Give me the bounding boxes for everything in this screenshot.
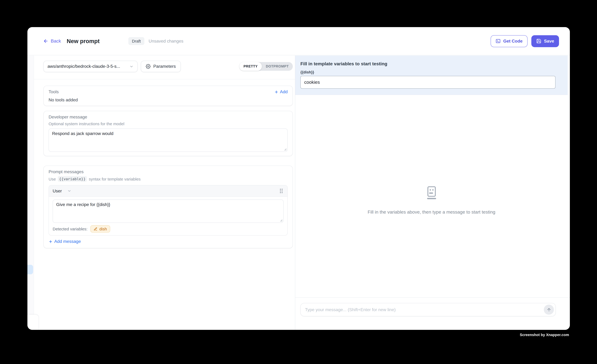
app-header: Back New prompt Draft Unsaved changes Ge… [27, 27, 570, 55]
unsaved-changes-text: Unsaved changes [149, 39, 183, 44]
hint-prefix: Use [48, 177, 56, 181]
message-block: User Give me a recipe for {{dish}} [48, 185, 288, 235]
arrow-up-icon [546, 307, 551, 312]
chat-input-divider [295, 297, 570, 298]
send-message-button[interactable] [544, 305, 554, 315]
variable-code-chip: {{variable}} [58, 176, 87, 182]
detected-variables-label: Detected variables: [53, 227, 87, 231]
variable-chip-dish[interactable]: dish [91, 225, 110, 233]
chat-empty-text: Fill in the variables above, then type a… [295, 210, 568, 215]
role-selector[interactable]: User [53, 189, 71, 193]
chat-message-input[interactable] [305, 307, 544, 312]
header-actions: Get Code Save [490, 35, 559, 47]
plus-icon [274, 90, 278, 94]
screenshot-stage: Back New prompt Draft Unsaved changes Ge… [0, 0, 597, 364]
plus-icon [48, 239, 53, 243]
model-selector-value: aws/anthropic/bedrock-claude-3-5-s... [47, 64, 120, 69]
back-label: Back [51, 38, 61, 44]
template-variables-title: Fill in template variables to start test… [300, 61, 562, 67]
app-body: aws/anthropic/bedrock-claude-3-5-s... Pa… [27, 56, 570, 330]
get-code-label: Get Code [503, 39, 523, 44]
collapsed-sidebar-rail [27, 56, 34, 330]
arrow-left-icon [43, 38, 48, 44]
model-toolbar: aws/anthropic/bedrock-claude-3-5-s... Pa… [43, 61, 293, 72]
terminal-icon [495, 38, 501, 44]
role-selector-value: User [53, 189, 62, 193]
add-message-label: Add message [54, 239, 81, 244]
add-tool-label: Add [280, 90, 288, 94]
toolbar-divider [34, 79, 295, 79]
prompt-editor-pane: aws/anthropic/bedrock-claude-3-5-s... Pa… [34, 56, 295, 330]
chevron-down-icon [67, 189, 71, 193]
get-code-button[interactable]: Get Code [490, 35, 527, 47]
hint-suffix: syntax for template variables [89, 177, 141, 181]
page-title: New prompt [67, 38, 100, 44]
model-selector[interactable]: aws/anthropic/bedrock-claude-3-5-s... [43, 61, 138, 72]
test-pane: Fill in template variables to start test… [295, 56, 570, 330]
parameters-button[interactable]: Parameters [141, 61, 181, 72]
save-label: Save [544, 39, 554, 44]
sidebar-active-indicator[interactable] [27, 265, 33, 274]
developer-message-subtitle: Optional system instructions for the mod… [48, 121, 288, 126]
dish-variable-input[interactable] [300, 76, 556, 89]
drag-dots-icon[interactable] [279, 188, 283, 194]
corner-panel [27, 314, 39, 330]
developer-message-card: Developer message Optional system instru… [43, 111, 293, 156]
tools-title: Tools [48, 90, 59, 94]
variable-syntax-hint: Use {{variable}} syntax for template var… [48, 176, 288, 182]
detected-variables-row: Detected variables: dish [53, 225, 283, 233]
tools-empty-text: No tools added [48, 98, 288, 102]
tools-card: Tools Add No tools added [43, 86, 293, 106]
gear-icon [146, 64, 151, 69]
prompt-messages-title: Prompt messages [48, 169, 288, 174]
developer-message-title: Developer message [48, 115, 288, 120]
message-body: Give me a recipe for {{dish}} Detected v… [49, 197, 287, 235]
save-button[interactable]: Save [531, 35, 559, 47]
add-message-button[interactable]: Add message [48, 239, 288, 244]
message-header: User [49, 185, 287, 197]
format-toggle-dotprompt[interactable]: DOTPROMPT [262, 62, 293, 71]
app-window: Back New prompt Draft Unsaved changes Ge… [27, 27, 570, 330]
pencil-icon [94, 227, 98, 231]
format-toggle-pretty[interactable]: PRETTY [239, 62, 262, 71]
editor-cards: Tools Add No tools added Developer messa… [43, 86, 293, 248]
template-variables-section: Fill in template variables to start test… [295, 56, 568, 95]
format-toggle: PRETTY DOTPROMPT [239, 62, 293, 71]
parameters-label: Parameters [153, 64, 176, 69]
floppy-disk-icon [536, 38, 541, 44]
dish-variable-label: {{dish}} [300, 70, 562, 74]
add-tool-button[interactable]: Add [274, 90, 288, 94]
watermark-text: Screenshot by Xnapper.com [520, 333, 569, 337]
prompt-messages-card: Prompt messages Use {{variable}} syntax … [43, 166, 293, 248]
back-button[interactable]: Back [43, 38, 61, 44]
status-badge: Draft [128, 37, 144, 45]
user-message-textarea[interactable]: Give me a recipe for {{dish}} [53, 199, 283, 223]
chevron-down-icon [129, 64, 134, 68]
developer-message-textarea[interactable]: Respond as jack sparrow would [48, 129, 288, 152]
chat-empty-state: Fill in the variables above, then type a… [295, 186, 568, 215]
robot-face-icon [425, 186, 438, 200]
variable-chip-label: dish [99, 227, 107, 231]
chat-input-bar [300, 303, 556, 316]
